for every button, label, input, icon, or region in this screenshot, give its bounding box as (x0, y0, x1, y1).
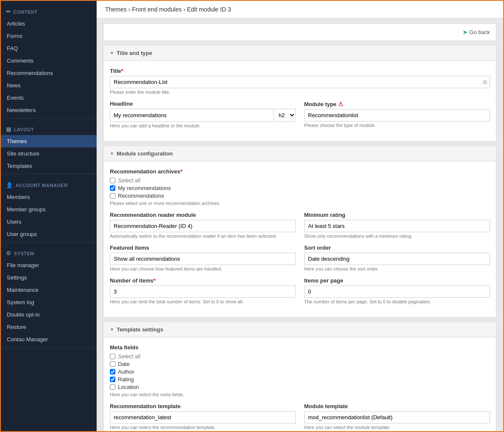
meta-date-checkbox[interactable] (110, 361, 115, 367)
featured-sort-row: Featured items Show all recommendations … (110, 245, 490, 271)
sidebar-section-icon: 👤 (6, 182, 13, 188)
title-hint: Please enter the module title. (110, 89, 490, 95)
title-and-type-title: Title and type (117, 50, 152, 56)
rec-archive-my-recs-checkbox[interactable] (110, 185, 115, 191)
reader-module-hint: Automatically switch to the recommendati… (110, 233, 296, 239)
sidebar-item-forms[interactable]: Forms (1, 30, 97, 42)
num-items-group: Number of items* Here you can limit the … (110, 277, 296, 304)
title-input-wrapper: ⊞ (110, 76, 490, 88)
module-type-label: Module type ⚠ (304, 101, 490, 107)
template-settings-card: ▼ Template settings Meta fields Select a… (103, 322, 496, 431)
go-back-button[interactable]: ➤ Go back (462, 28, 490, 36)
template-settings-header[interactable]: ▼ Template settings (104, 322, 496, 337)
meta-rating-checkbox[interactable] (110, 377, 115, 382)
sidebar-divider (1, 347, 97, 348)
sort-order-select[interactable]: Date descending (304, 253, 490, 265)
sidebar-item-comments[interactable]: Comments (1, 55, 97, 67)
sidebar-item-themes[interactable]: Themes (1, 135, 97, 147)
sidebar-divider (1, 242, 97, 242)
sidebar-item-recommendations[interactable]: Recommendations (1, 67, 97, 79)
headline-size-select[interactable]: h2h1h3h4 (273, 109, 296, 122)
sidebar-item-members[interactable]: Members (1, 191, 97, 203)
min-rating-label: Minimum rating (304, 212, 490, 218)
sidebar-item-news[interactable]: News (1, 79, 97, 92)
sidebar-section-icon: ▦ (6, 126, 11, 132)
sidebar-item-user-groups[interactable]: User groups (1, 228, 97, 240)
reader-module-select[interactable]: Recommendation-Reader (ID 4) (110, 220, 296, 232)
sidebar-item-events[interactable]: Events (1, 92, 97, 104)
sidebar-item-settings[interactable]: Settings (1, 271, 97, 284)
collapse-arrow-icon-3: ▼ (110, 327, 114, 332)
min-rating-hint: Show only recommendations with a minimum… (304, 233, 490, 239)
mod-template-group: Module template mod_recommendationlist (… (304, 403, 490, 430)
sidebar: ✏CONTENTArticlesFormsFAQCommentsRecommen… (1, 1, 97, 431)
sidebar-item-system-log[interactable]: System log (1, 296, 97, 308)
meta-hint: Here you can select the meta fields. (110, 392, 490, 397)
sort-order-hint: Here you can choose the sort order. (304, 266, 490, 271)
meta-author-checkbox[interactable] (110, 369, 115, 374)
go-back-label: Go back (470, 29, 490, 35)
go-back-icon: ➤ (462, 28, 468, 36)
sidebar-item-double-opt-in[interactable]: Double opt-in (1, 308, 97, 321)
num-items-label: Number of items* (110, 277, 296, 284)
meta-location: Location (110, 384, 490, 390)
module-config-header[interactable]: ▼ Module configuration (104, 146, 496, 161)
title-and-type-body: Title* ⊞ Please enter the module title. … (104, 61, 496, 141)
per-page-group: Items per page The number of items per p… (304, 277, 490, 304)
sidebar-item-maintenance[interactable]: Maintenance (1, 284, 97, 296)
sidebar-item-restore[interactable]: Restore (1, 321, 97, 333)
sidebar-item-templates[interactable]: Templates (1, 160, 97, 172)
main-content: Themes › Front end modules › Edit module… (97, 1, 503, 431)
num-items-input[interactable] (110, 285, 296, 298)
meta-fields-group: Meta fields Select all Date Author (110, 344, 490, 397)
sidebar-item-articles[interactable]: Articles (1, 17, 97, 30)
rec-archive-my-recs: My recommendations (110, 185, 490, 191)
title-field-group: Title* ⊞ Please enter the module title. (110, 68, 490, 95)
per-page-input[interactable] (304, 285, 490, 298)
rec-archives-select-all-checkbox[interactable] (110, 178, 115, 183)
module-type-select[interactable]: Recommendationlist (304, 109, 490, 121)
sidebar-item-newsletters[interactable]: Newsletters (1, 104, 97, 116)
template-settings-title: Template settings (117, 326, 163, 333)
min-rating-select[interactable]: At least 5 stars (304, 220, 490, 232)
meta-select-all: Select all (110, 353, 490, 360)
meta-author: Author (110, 369, 490, 375)
rec-archive-recs: Recommendations (110, 193, 490, 199)
collapse-arrow-icon: ▼ (110, 51, 114, 55)
sidebar-item-contao-manager[interactable]: Contao Manager (1, 333, 97, 346)
rec-archive-recs-checkbox[interactable] (110, 193, 115, 199)
sidebar-section-icon: ⚙ (6, 250, 11, 256)
title-and-type-header[interactable]: ▼ Title and type (104, 46, 496, 61)
module-config-card: ▼ Module configuration Recommendation ar… (103, 146, 496, 317)
featured-group: Featured items Show all recommendations … (110, 245, 296, 271)
min-rating-group: Minimum rating At least 5 stars Show onl… (304, 212, 490, 239)
mod-template-select[interactable]: mod_recommendationlist (Default) (304, 411, 490, 423)
rec-archives-hint: Please select one or more recommendation… (110, 201, 490, 206)
meta-date: Date (110, 361, 490, 367)
reader-module-min-rating-row: Recommendation reader module Recommendat… (110, 212, 490, 239)
meta-rating: Rating (110, 376, 490, 383)
featured-select[interactable]: Show all recommendations (110, 253, 296, 265)
sidebar-item-file-manager[interactable]: File manager (1, 259, 97, 271)
module-config-body: Recommendation archives* Select all My r… (104, 161, 496, 317)
headline-group: Headline h2h1h3h4 Here you can add a hea… (110, 101, 296, 128)
featured-label: Featured items (110, 245, 296, 251)
module-type-hint: Please choose the type of module. (304, 123, 490, 128)
rec-archives-label: Recommendation archives* (110, 168, 490, 175)
meta-select-all-checkbox[interactable] (110, 354, 115, 359)
mod-template-hint: Here you can select the module template. (304, 425, 490, 430)
sidebar-item-member-groups[interactable]: Member groups (1, 203, 97, 216)
breadcrumb: Themes › Front end modules › Edit module… (97, 1, 503, 18)
headline-input[interactable] (110, 109, 273, 122)
per-page-hint: The number of items per page. Set to 0 t… (304, 299, 490, 304)
title-input[interactable] (110, 76, 490, 88)
sidebar-item-faq[interactable]: FAQ (1, 42, 97, 55)
meta-fields-label: Meta fields (110, 344, 490, 351)
meta-location-checkbox[interactable] (110, 384, 115, 390)
sidebar-item-site-structure[interactable]: Site structure (1, 147, 97, 160)
sidebar-section-account-manager: 👤ACCOUNT MANAGER (1, 178, 97, 191)
sidebar-item-users[interactable]: Users (1, 216, 97, 228)
reader-module-label: Recommendation reader module (110, 212, 296, 218)
rec-template-select[interactable]: recommendation_latest (110, 411, 296, 423)
sidebar-divider (1, 174, 97, 174)
